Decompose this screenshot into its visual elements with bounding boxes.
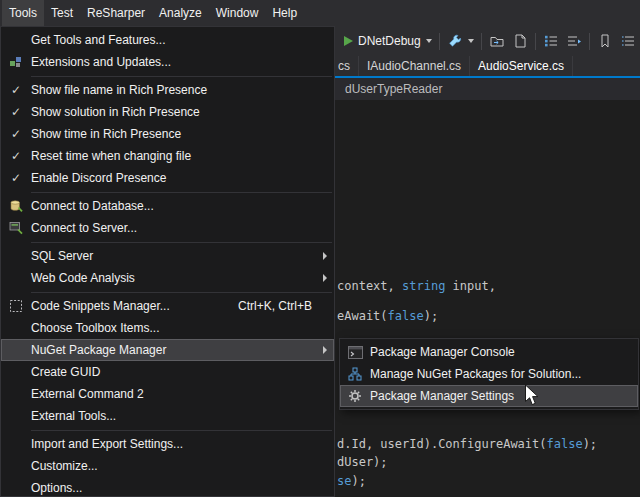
menu-item-label: External Tools... bbox=[31, 409, 316, 423]
menu-separator bbox=[31, 192, 332, 193]
menu-item-label: Code Snippets Manager... bbox=[31, 299, 238, 313]
menubar-item-window[interactable]: Window bbox=[209, 0, 266, 26]
play-icon bbox=[344, 36, 353, 46]
checkmark-icon: ✓ bbox=[11, 128, 21, 140]
code-token: eAwait( bbox=[337, 309, 388, 323]
toolbar-separator bbox=[481, 33, 482, 50]
menu-item-options[interactable]: Options... bbox=[1, 477, 334, 497]
menu-item-connect-to-server[interactable]: Connect to Server... bbox=[1, 217, 334, 239]
menu-item-get-tools-and-features[interactable]: Get Tools and Features... bbox=[1, 29, 334, 51]
code-token: d.Id, userId).ConfigureAwait( bbox=[337, 437, 547, 451]
menu-item-sql-server[interactable]: SQL Server bbox=[1, 245, 334, 267]
mouse-cursor bbox=[524, 384, 541, 410]
menu-item-label: Show file name in Rich Presence bbox=[31, 83, 316, 97]
menu-item-show-time-in-rich-presence[interactable]: ✓Show time in Rich Presence bbox=[1, 123, 334, 145]
app-window: context, string input,eAwait(false);d.Id… bbox=[0, 0, 640, 497]
menu-item-import-and-export-settings[interactable]: Import and Export Settings... bbox=[1, 433, 334, 455]
menu-separator bbox=[31, 76, 332, 77]
menu-item-external-command-2[interactable]: External Command 2 bbox=[1, 383, 334, 405]
wrench-tool-button[interactable] bbox=[447, 33, 474, 49]
task-list-icon[interactable] bbox=[620, 33, 636, 49]
toolbar-separator bbox=[589, 33, 590, 50]
open-folder-icon[interactable] bbox=[489, 33, 505, 49]
code-token: false bbox=[388, 309, 424, 323]
menu-item-gutter bbox=[340, 367, 370, 381]
breadcrumb[interactable]: dUserTypeReader bbox=[345, 78, 442, 100]
code-token: dUser); bbox=[337, 455, 388, 469]
start-debug-button[interactable]: DNetDebug bbox=[344, 34, 432, 48]
menu-item-label: Reset time when changing file bbox=[31, 149, 316, 163]
menu-item-extensions-and-updates[interactable]: Extensions and Updates... bbox=[1, 51, 334, 73]
menubar-item-help[interactable]: Help bbox=[265, 0, 304, 26]
menu-item-label: Enable Discord Presence bbox=[31, 171, 316, 185]
menubar-item-analyze[interactable]: Analyze bbox=[152, 0, 209, 26]
menubar: ToolsTestReSharperAnalyzeWindowHelp bbox=[0, 0, 640, 26]
menubar-item-tools[interactable]: Tools bbox=[2, 0, 44, 26]
member-list-icon[interactable] bbox=[543, 33, 559, 49]
menubar-item-resharper[interactable]: ReSharper bbox=[80, 0, 152, 26]
submenu-arrow-icon bbox=[316, 274, 334, 282]
code-line: eAwait(false); bbox=[337, 309, 438, 323]
checkmark-icon: ✓ bbox=[11, 106, 21, 118]
code-token: input, bbox=[445, 279, 496, 293]
menu-item-label: Package Manager Console bbox=[370, 345, 620, 359]
menu-item-show-solution-in-rich-presence[interactable]: ✓Show solution in Rich Presence bbox=[1, 101, 334, 123]
menu-item-package-manager-console[interactable]: Package Manager Console bbox=[340, 341, 638, 363]
menu-item-label: Show solution in Rich Presence bbox=[31, 105, 316, 119]
snippets-icon bbox=[9, 299, 23, 313]
menu-item-gutter bbox=[1, 299, 31, 313]
menu-item-gutter bbox=[340, 389, 370, 403]
menu-item-gutter bbox=[1, 199, 31, 213]
menu-item-enable-discord-presence[interactable]: ✓Enable Discord Presence bbox=[1, 167, 334, 189]
console-icon bbox=[348, 346, 363, 359]
menu-item-web-code-analysis[interactable]: Web Code Analysis bbox=[1, 267, 334, 289]
nuget-submenu: Package Manager ConsoleManage NuGet Pack… bbox=[339, 338, 639, 410]
tools-menu: Get Tools and Features...Extensions and … bbox=[0, 26, 335, 497]
menu-item-shortcut: Ctrl+K, Ctrl+B bbox=[238, 299, 316, 313]
menu-item-gutter: ✓ bbox=[1, 172, 31, 184]
menu-item-label: Extensions and Updates... bbox=[31, 55, 316, 69]
menu-item-label: Import and Export Settings... bbox=[31, 437, 316, 451]
document-icon[interactable] bbox=[512, 33, 528, 49]
menu-item-label: Get Tools and Features... bbox=[31, 33, 316, 47]
menu-item-choose-toolbox-items[interactable]: Choose Toolbox Items... bbox=[1, 317, 334, 339]
menu-item-label: Create GUID bbox=[31, 365, 316, 379]
menu-item-gutter bbox=[1, 55, 31, 69]
menu-separator bbox=[31, 292, 332, 293]
menu-item-label: Options... bbox=[31, 481, 316, 495]
menu-item-label: Package Manager Settings bbox=[370, 389, 620, 403]
menu-item-show-file-name-in-rich-presence[interactable]: ✓Show file name in Rich Presence bbox=[1, 79, 334, 101]
tab-iaudiochannel-cs[interactable]: IAudioChannel.cs bbox=[359, 56, 470, 76]
checkmark-icon: ✓ bbox=[11, 172, 21, 184]
server-icon bbox=[9, 221, 23, 235]
menu-item-create-guid[interactable]: Create GUID bbox=[1, 361, 334, 383]
packages-icon bbox=[348, 367, 362, 381]
menu-item-connect-to-database[interactable]: Connect to Database... bbox=[1, 195, 334, 217]
code-line: d.Id, userId).ConfigureAwait(false); bbox=[337, 437, 597, 451]
menu-item-reset-time-when-changing-file[interactable]: ✓Reset time when changing file bbox=[1, 145, 334, 167]
menu-item-label: NuGet Package Manager bbox=[31, 343, 316, 357]
menu-item-code-snippets-manager[interactable]: Code Snippets Manager...Ctrl+K, Ctrl+B bbox=[1, 295, 334, 317]
menu-item-package-manager-settings[interactable]: Package Manager Settings bbox=[340, 385, 638, 407]
wrench-icon bbox=[447, 33, 463, 49]
menubar-item-test[interactable]: Test bbox=[44, 0, 80, 26]
bookmark-icon[interactable] bbox=[597, 33, 613, 49]
menu-item-manage-nuget-packages-for-solution[interactable]: Manage NuGet Packages for Solution... bbox=[340, 363, 638, 385]
menu-item-nuget-package-manager[interactable]: NuGet Package Manager bbox=[1, 339, 334, 361]
checkmark-icon: ✓ bbox=[11, 84, 21, 96]
submenu-arrow-icon bbox=[316, 252, 334, 260]
menu-item-customize[interactable]: Customize... bbox=[1, 455, 334, 477]
menu-item-label: SQL Server bbox=[31, 249, 316, 263]
menu-item-external-tools[interactable]: External Tools... bbox=[1, 405, 334, 427]
tab-audioservice-cs[interactable]: AudioService.cs bbox=[470, 56, 573, 76]
call-hierarchy-icon[interactable] bbox=[566, 33, 582, 49]
menu-separator bbox=[31, 430, 332, 431]
code-token: se bbox=[337, 474, 351, 488]
menu-item-label: Connect to Database... bbox=[31, 199, 316, 213]
submenu-arrow-icon bbox=[316, 346, 334, 354]
menu-item-label: Connect to Server... bbox=[31, 221, 316, 235]
menu-item-gutter bbox=[1, 221, 31, 235]
code-token: ); bbox=[351, 474, 365, 488]
code-token: ); bbox=[424, 309, 438, 323]
chevron-down-icon bbox=[468, 39, 474, 43]
